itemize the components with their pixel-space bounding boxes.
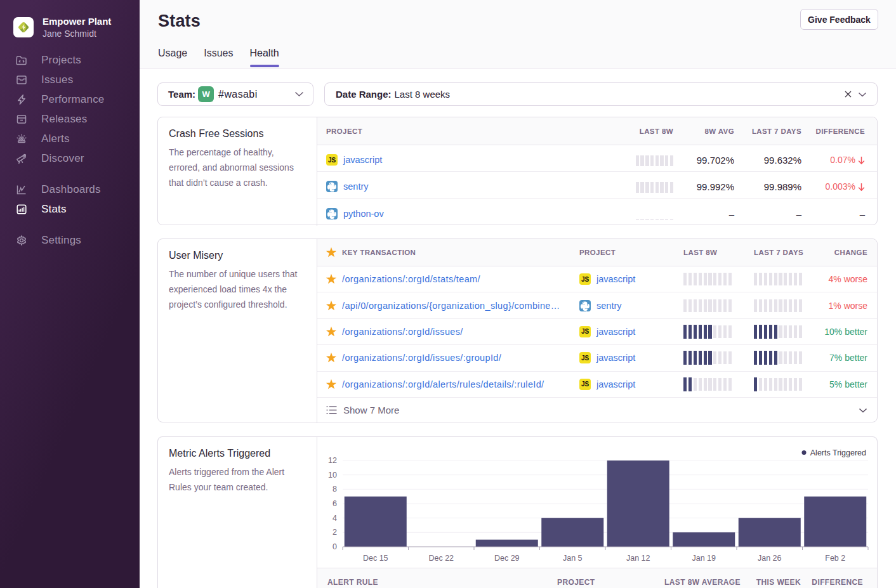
svg-text:Dec 15: Dec 15 — [363, 554, 388, 563]
svg-text:Alerts Triggered: Alerts Triggered — [810, 448, 866, 457]
svg-text:10: 10 — [328, 471, 337, 480]
svg-text:Jan 19: Jan 19 — [692, 554, 716, 563]
svg-text:Dec 29: Dec 29 — [494, 554, 520, 563]
svg-text:8: 8 — [333, 485, 337, 493]
svg-text:Feb 2: Feb 2 — [825, 554, 845, 563]
svg-text:2: 2 — [333, 528, 337, 537]
svg-text:Jan 26: Jan 26 — [758, 554, 782, 563]
svg-text:0: 0 — [333, 542, 337, 551]
svg-text:Jan 5: Jan 5 — [563, 554, 583, 563]
svg-text:Jan 12: Jan 12 — [626, 554, 650, 563]
svg-text:Dec 22: Dec 22 — [428, 554, 454, 563]
svg-text:6: 6 — [333, 499, 337, 508]
svg-text:12: 12 — [328, 456, 337, 465]
svg-text:4: 4 — [333, 514, 337, 523]
